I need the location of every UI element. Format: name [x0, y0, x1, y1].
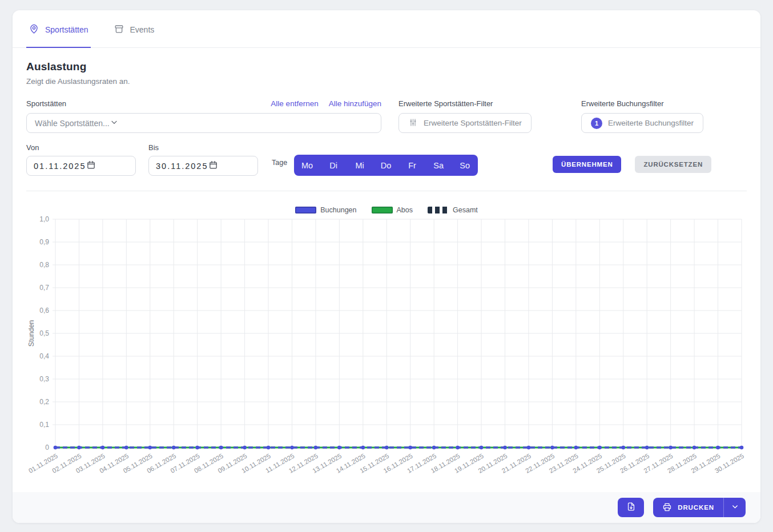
- reset-button[interactable]: ZURÜCKSETZEN: [635, 156, 711, 173]
- svg-text:0,4: 0,4: [39, 352, 49, 360]
- svg-text:0,6: 0,6: [39, 307, 49, 315]
- tab-events[interactable]: Events: [111, 10, 157, 48]
- tab-label: Events: [130, 25, 155, 34]
- day-button-sa[interactable]: Sa: [425, 155, 452, 176]
- legend-label: Buchungen: [320, 206, 356, 214]
- legend-swatch: [295, 207, 316, 213]
- advanced-booking-filter-field: Erweiterte Buchungsfilter 1 Erweiterte B…: [581, 99, 747, 133]
- printer-icon: [662, 502, 672, 513]
- page-subtitle: Zeigt die Auslastungsraten an.: [26, 77, 747, 86]
- svg-text:0,1: 0,1: [39, 421, 49, 429]
- venue-select-input[interactable]: Wähle Sportstätten...: [26, 113, 381, 133]
- location-pin-icon: [29, 23, 39, 36]
- calendar-icon: [208, 160, 218, 172]
- venue-select-label: Sportstätten: [26, 99, 66, 108]
- section-divider: [26, 191, 747, 191]
- chevron-down-icon: [731, 502, 739, 513]
- filters-row-2: Von 01.11.2025 Bis 30.11.2025 Tage MoDiM…: [13, 143, 760, 176]
- day-button-so[interactable]: So: [452, 155, 478, 176]
- filter-count-badge: 1: [591, 118, 602, 129]
- svg-text:Stunden: Stunden: [27, 320, 35, 347]
- advanced-booking-filter-label: Erweiterte Buchungsfilter: [581, 99, 664, 108]
- svg-text:0,3: 0,3: [39, 375, 49, 383]
- print-button[interactable]: DRUCKEN: [653, 498, 723, 517]
- legend-item-abos: Abos: [372, 206, 413, 214]
- footer-bar: DRUCKEN: [13, 492, 760, 523]
- file-download-icon: [626, 502, 636, 513]
- apply-reset-group: ÜBERNEHMEN ZURÜCKSETZEN: [553, 156, 711, 176]
- to-date-field: Bis 30.11.2025: [148, 143, 258, 176]
- svg-text:0,9: 0,9: [39, 238, 49, 246]
- legend-item-buchungen: Buchungen: [295, 206, 356, 214]
- day-button-do[interactable]: Do: [373, 155, 399, 176]
- apply-button[interactable]: ÜBERNEHMEN: [553, 156, 621, 173]
- chevron-down-icon: [110, 118, 119, 129]
- day-button-fr[interactable]: Fr: [399, 155, 425, 176]
- svg-text:0,2: 0,2: [39, 398, 49, 406]
- legend-label: Abos: [397, 206, 413, 214]
- advanced-venue-filter-button-label: Erweiterte Sportstätten-Filter: [424, 119, 522, 127]
- svg-text:0: 0: [45, 444, 49, 452]
- from-date-label: Von: [26, 143, 39, 152]
- advanced-venue-filter-field: Erweiterte Sportstätten-Filter Erweitert…: [398, 99, 564, 133]
- venue-select-placeholder: Wähle Sportstätten...: [35, 119, 110, 128]
- day-button-mi[interactable]: Mi: [347, 155, 373, 176]
- remove-all-link[interactable]: Alle entfernen: [271, 99, 318, 108]
- advanced-venue-filter-button[interactable]: Erweiterte Sportstätten-Filter: [398, 113, 532, 133]
- weekday-filter: Tage MoDiMiDoFrSaSo: [272, 155, 478, 176]
- title-block: Auslastung Zeigt die Auslastungsraten an…: [13, 48, 760, 86]
- from-date-value: 01.11.2025: [34, 162, 86, 171]
- main-panel: Sportstätten Events Auslastung Zeigt die…: [13, 10, 760, 523]
- to-date-label: Bis: [148, 143, 159, 152]
- day-buttons: MoDiMiDoFrSaSo: [294, 155, 478, 176]
- svg-text:1,0: 1,0: [39, 216, 49, 223]
- chart-legend: BuchungenAbosGesamt: [26, 206, 747, 214]
- print-button-label: DRUCKEN: [678, 504, 714, 511]
- utilization-chart: 00,10,20,30,40,50,60,70,80,91,001.11.202…: [26, 216, 747, 485]
- add-all-link[interactable]: Alle hinzufügen: [329, 99, 381, 108]
- print-split-button: DRUCKEN: [653, 498, 746, 517]
- from-date-input[interactable]: 01.11.2025: [26, 156, 136, 176]
- day-button-di[interactable]: Di: [320, 155, 347, 176]
- venue-select-field: Sportstätten Alle entfernen Alle hinzufü…: [26, 99, 381, 133]
- tab-sportstaetten[interactable]: Sportstätten: [26, 10, 91, 48]
- from-date-field: Von 01.11.2025: [26, 143, 136, 176]
- advanced-venue-filter-label: Erweiterte Sportstätten-Filter: [398, 99, 493, 108]
- advanced-booking-filter-button-label: Erweiterte Buchungsfilter: [608, 119, 694, 127]
- export-file-button[interactable]: [618, 498, 644, 517]
- day-button-mo[interactable]: Mo: [294, 155, 320, 176]
- svg-text:0,8: 0,8: [39, 261, 49, 269]
- filters-row-1: Sportstätten Alle entfernen Alle hinzufü…: [13, 99, 760, 133]
- svg-text:0,7: 0,7: [39, 284, 49, 292]
- legend-item-gesamt: Gesamt: [428, 206, 478, 214]
- archive-box-icon: [114, 23, 124, 36]
- legend-swatch: [428, 207, 449, 213]
- chart-section: BuchungenAbosGesamt 00,10,20,30,40,50,60…: [13, 206, 760, 487]
- to-date-value: 30.11.2025: [156, 162, 208, 171]
- page-title: Auslastung: [26, 61, 747, 73]
- legend-label: Gesamt: [453, 206, 478, 214]
- calendar-icon: [86, 160, 96, 172]
- sliders-icon: [408, 118, 418, 129]
- weekday-filter-label: Tage: [272, 159, 287, 172]
- tab-label: Sportstätten: [45, 25, 88, 34]
- print-options-caret[interactable]: [724, 498, 746, 517]
- legend-swatch: [372, 207, 393, 213]
- to-date-input[interactable]: 30.11.2025: [148, 156, 258, 176]
- svg-text:0,5: 0,5: [39, 329, 49, 337]
- tab-bar: Sportstätten Events: [13, 10, 760, 48]
- advanced-booking-filter-button[interactable]: 1 Erweiterte Buchungsfilter: [581, 113, 703, 133]
